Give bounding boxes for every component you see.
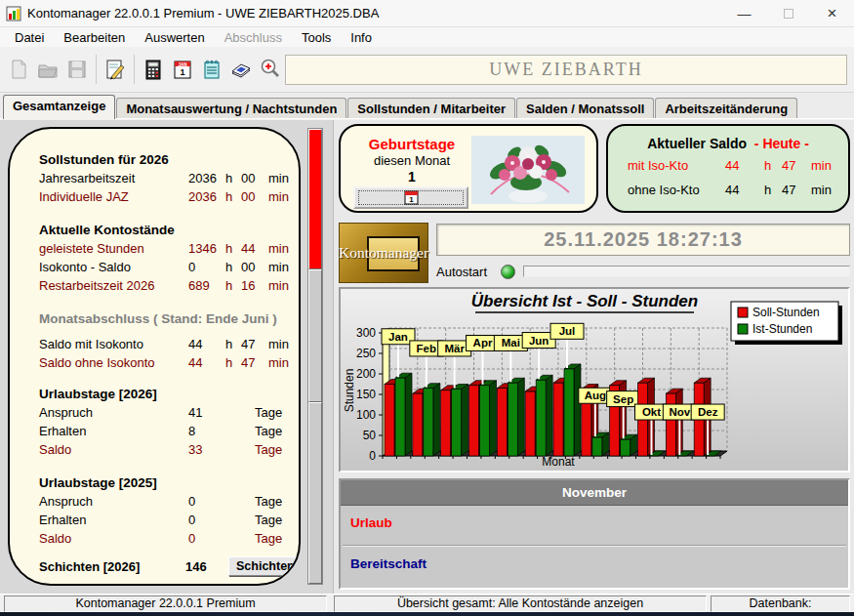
save-icon <box>62 54 92 85</box>
birthday-title: Geburtstage <box>354 136 469 152</box>
new-document-icon <box>4 54 33 85</box>
autostart-row: Autostart <box>436 262 850 281</box>
tab-divider <box>0 118 854 120</box>
svg-text:JAN: JAN <box>178 62 186 67</box>
logo-text: Kontomanager <box>339 244 428 262</box>
menu-datei[interactable]: Datei <box>6 28 53 47</box>
zoom-icon[interactable] <box>256 54 285 85</box>
svg-text:Nov: Nov <box>669 406 690 418</box>
data-row: geleistete Stunden1346h44min <box>39 239 285 258</box>
autostart-label: Autostart <box>436 265 487 279</box>
svg-text:250: 250 <box>356 347 376 360</box>
svg-text:Feb: Feb <box>417 343 436 354</box>
svg-text:Stunden: Stunden <box>343 369 356 413</box>
section-heading: Aktuelle Kontostände <box>39 221 285 239</box>
left-pane: Sollstunden für 2026 Jahresarbeitszeit20… <box>0 119 333 594</box>
kontomanager-logo: Kontomanager <box>339 223 428 283</box>
data-row: Saldo mit Isokonto44h47min <box>39 335 285 353</box>
schichten-value: 146 <box>185 559 228 574</box>
svg-text:Okt: Okt <box>642 406 661 418</box>
close-button[interactable]: × <box>810 0 854 27</box>
tab-arbeitszeitaenderung[interactable]: Arbeitszeitänderung <box>655 98 797 119</box>
svg-text:Mär: Mär <box>444 343 465 354</box>
data-row: Erhalten8Tage <box>39 422 285 440</box>
calendar-icon[interactable]: JAN1 <box>168 54 197 85</box>
menu-info[interactable]: Info <box>342 28 381 47</box>
window-bottom-edge <box>0 612 854 616</box>
month-header: November <box>341 480 848 506</box>
section-heading: Urlaubstage [2025] <box>39 473 285 492</box>
birthday-calendar-button[interactable]: 1 <box>353 186 468 209</box>
tab-monatsauswertung[interactable]: Monatsauswertung / Nachtstunden <box>116 98 346 119</box>
menu-tools[interactable]: Tools <box>293 28 340 47</box>
toolbar: JAN1 UWE ZIEBARTH <box>0 47 854 93</box>
svg-text:Monat: Monat <box>542 455 575 469</box>
svg-text:Jun: Jun <box>529 335 549 347</box>
birthday-subtitle: diesen Monat <box>354 153 469 168</box>
menu-auswerten[interactable]: Auswerten <box>136 28 213 47</box>
flower-bouquet-image <box>471 136 585 204</box>
tab-strip: Gesamtanzeige Monatsauswertung / Nachtst… <box>0 94 854 119</box>
status-view-mode: Übersicht gesamt: Alle Kontostände anzei… <box>334 595 707 612</box>
worktime-progress-gauge <box>307 128 323 585</box>
ist-soll-bar-chart: 050100150200250300JanFebMärAprMaiJunJulA… <box>341 289 846 469</box>
tab-salden[interactable]: Salden / Monatssoll <box>516 98 654 119</box>
status-database: Datenbank: Standardordner <box>711 595 850 612</box>
hours-chart-panel: 050100150200250300JanFebMärAprMaiJunJulA… <box>339 287 850 472</box>
svg-text:Aug: Aug <box>585 390 606 401</box>
autostart-progress-track <box>523 266 850 277</box>
calculator-icon[interactable] <box>139 54 168 85</box>
schichten-row: Schichten [2026] 146 Schichten <box>39 554 285 578</box>
birthday-box: Geburtstage diesen Monat 1 1 <box>339 124 598 213</box>
gauge-remaining-segment <box>308 129 322 269</box>
minimize-button[interactable]: — <box>722 0 766 27</box>
menu-abschluss: Abschluss <box>216 28 291 47</box>
bereitschaft-row: Bereitschaft <box>341 547 848 586</box>
birthday-count: 1 <box>354 169 469 185</box>
data-row: Erhalten0Tage <box>39 511 285 529</box>
account-summary-panel: Sollstunden für 2026 Jahresarbeitszeit20… <box>8 127 301 586</box>
svg-text:150: 150 <box>356 388 376 401</box>
schichten-button[interactable]: Schichten <box>228 556 301 576</box>
tab-gesamtanzeige[interactable]: Gesamtanzeige <box>3 95 115 119</box>
menu-bearbeiten[interactable]: Bearbeiten <box>55 28 134 47</box>
book-icon[interactable] <box>226 54 256 85</box>
urlaub-row: Urlaub <box>341 506 848 545</box>
saldo-title: Aktueller Saldo <box>647 136 747 151</box>
edit-entry-icon[interactable] <box>101 54 130 85</box>
svg-text:1: 1 <box>409 195 414 204</box>
svg-text:300: 300 <box>356 326 376 340</box>
svg-text:100: 100 <box>356 408 376 422</box>
notepad-icon[interactable] <box>197 54 226 85</box>
saldo-row: ohne Iso-Kto44h47min <box>628 180 848 200</box>
svg-text:50: 50 <box>363 429 377 442</box>
section-heading: Monatsabschluss ( Stand: Ende Juni ) <box>39 309 285 328</box>
data-row: Isokonto - Saldo0h00min <box>39 258 285 276</box>
data-row: Jahresarbeitszeit2036h00min <box>39 169 285 187</box>
data-row: Anspruch41Tage <box>39 403 285 422</box>
gauge-segment <box>308 402 322 584</box>
menu-bar: Datei Bearbeiten Auswerten Abschluss Too… <box>0 27 854 47</box>
svg-text:Ist-Stunden: Ist-Stunden <box>752 322 812 336</box>
schichten-label: Schichten [2026] <box>39 559 185 574</box>
current-saldo-box: Aktueller Saldo - Heute - mit Iso-Kto44h… <box>606 124 850 213</box>
user-name-header: UWE ZIEBARTH <box>285 55 847 85</box>
svg-text:Dez: Dez <box>698 406 718 418</box>
maximize-button[interactable] <box>766 0 810 27</box>
right-pane: Geburtstage diesen Monat 1 1 Aktueller S… <box>333 119 854 594</box>
data-row: Saldo ohne Isokonto44h47min <box>39 353 285 372</box>
status-bar: Kontomanager 22.0.0.1 Premium Übersicht … <box>0 594 854 612</box>
svg-text:0: 0 <box>369 449 376 463</box>
svg-text:200: 200 <box>356 367 376 381</box>
tab-sollstunden[interactable]: Sollstunden / Mitarbeiter <box>347 98 515 119</box>
calendar-icon: 1 <box>404 190 419 205</box>
window-title: Kontomanager 22.0.0.1 Premium - UWE ZIEB… <box>27 6 379 21</box>
saldo-subtitle: - Heute - <box>754 136 809 151</box>
status-version: Kontomanager 22.0.0.1 Premium <box>4 595 327 612</box>
data-row: Saldo0Tage <box>39 529 285 548</box>
autostart-indicator-icon[interactable] <box>501 265 515 279</box>
toolbar-separator <box>96 55 97 84</box>
data-row: Anspruch0Tage <box>39 492 285 511</box>
data-row: Individuelle JAZ2036h00min <box>39 187 285 206</box>
svg-text:Mai: Mai <box>502 337 520 349</box>
